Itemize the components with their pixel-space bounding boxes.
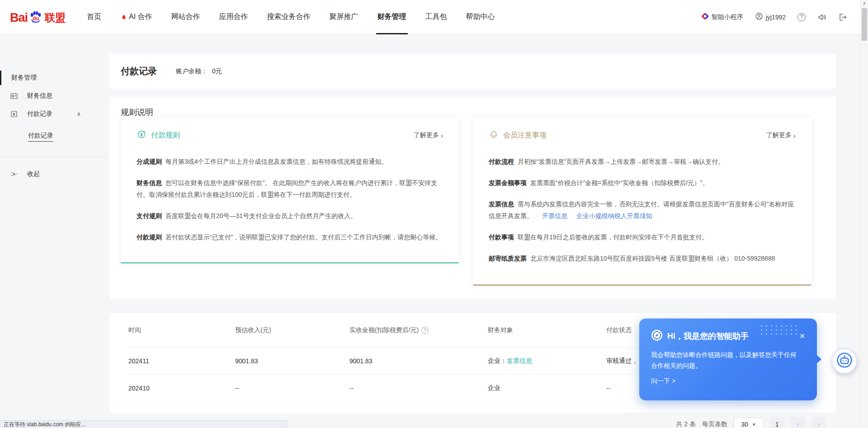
payment-rules-card: 付款规则 了解更多 › 分成规则每月第3或4个工作日产出上月分成信息及发票信息，… <box>121 118 459 263</box>
chevron-right-icon: › <box>793 132 796 139</box>
logo-text-du: du <box>32 15 40 22</box>
baidu-union-logo[interactable]: Bai du 联盟 <box>10 10 66 25</box>
select-caret-icon: ▼ <box>752 422 756 427</box>
note-paragraph: 付款流程月初按“发票信息”页面开具发票→上传发票→邮寄发票→审核→确认支付。 <box>489 156 796 167</box>
per-page-select[interactable]: 30 ▼ <box>734 418 764 428</box>
bell-icon <box>489 129 499 141</box>
menu-item-home[interactable]: 首页 <box>77 0 111 34</box>
small-taxpayer-notice-link[interactable]: 企业小规模纳税人开票须知 <box>576 212 652 219</box>
assistant-popup: Hi，我是您的智能助手 ✕ 我会帮助您诊断合作链路问题，以及解答您关于任何合作相… <box>639 319 817 400</box>
nav-right-tools: 智能小程序 jyj1992 ? <box>701 12 847 22</box>
close-icon[interactable]: ✕ <box>799 332 805 340</box>
page-number-button[interactable]: 1 <box>770 417 784 428</box>
col-time: 时间 <box>128 326 235 334</box>
help-icon[interactable]: ? <box>797 13 806 21</box>
member-notes-more-link[interactable]: 了解更多 › <box>766 131 796 139</box>
assistant-message: 我会帮助您诊断合作链路问题，以及解答您关于任何合作相关的问题。 <box>651 349 800 371</box>
cell-time: 202410 <box>128 385 235 392</box>
menu-item-help-center[interactable]: 帮助中心 <box>457 0 505 34</box>
col-finance-target: 财务对象 <box>488 326 606 334</box>
page-title: 付款记录 <box>121 65 157 77</box>
balance-value: 0元 <box>212 67 222 75</box>
cell-target: 企业 <box>488 384 606 392</box>
payment-rules-title: 付款规则 <box>151 131 180 140</box>
id-card-icon <box>10 92 18 100</box>
rules-card: 规则说明 付款规则 了解更多 › <box>109 97 836 299</box>
member-notes-header: 会员注意事项 了解更多 › <box>489 129 796 141</box>
sidebar-collapse-button[interactable]: 收起 <box>0 165 109 183</box>
menu-item-toolkit[interactable]: 工具包 <box>416 0 457 34</box>
cell-actual: -- <box>349 385 488 392</box>
scrollbar-thumb[interactable] <box>862 8 867 41</box>
logo-text-bai: Bai <box>10 11 28 25</box>
status-text: 正在等待 xlab.baidu.com 的响应... <box>4 421 85 428</box>
user-account[interactable]: jyj1992 <box>755 12 786 22</box>
sidebar-item-finance-info[interactable]: 财务信息 <box>0 87 109 105</box>
chevron-right-icon: › <box>441 132 443 139</box>
robot-icon <box>836 352 853 370</box>
menu-item-ai[interactable]: AI 合作 <box>111 0 162 34</box>
col-actual-amount: 实收金额(扣除税费后/元) ? <box>349 326 488 334</box>
total-count: 共 2 条 <box>676 420 696 428</box>
mini-program-entry[interactable]: 智能小程序 <box>701 12 743 22</box>
menu-item-app[interactable]: 应用合作 <box>210 0 258 34</box>
payment-rules-more-link[interactable]: 了解更多 › <box>414 131 443 139</box>
note-paragraph: 发票信息需与系统内发票信息内容完全一致，否则无法支付。请根据发票信息页面中“百度… <box>489 198 796 222</box>
assistant-float-button[interactable] <box>832 348 857 374</box>
balance-label: 账户余额： <box>176 67 208 75</box>
menu-item-finance[interactable]: 财务管理 <box>368 0 416 34</box>
logo-text-union: 联盟 <box>45 11 66 25</box>
sidebar-section-finance[interactable]: 财务管理 <box>0 69 109 87</box>
rules-title: 规则说明 <box>121 107 825 118</box>
member-notes-card: 会员注意事项 了解更多 › 付款流程月初按“发票信息”页面开具发票→上传发票→邮… <box>473 118 811 285</box>
sidebar-subitem-payment-record[interactable]: 付款记录 <box>0 128 109 146</box>
browser-status-bar: 正在等待 xlab.baidu.com 的响应... <box>0 420 288 428</box>
menu-item-screen-promo[interactable]: 聚屏推广 <box>320 0 368 34</box>
note-paragraph: 发票金额事项发票票面“价税合计”金额=系统中“实收金额（扣除税费后/元）”。 <box>489 177 796 189</box>
prev-page-button[interactable]: ‹ <box>791 417 805 428</box>
chevron-up-icon[interactable]: ∧ <box>77 111 81 117</box>
page-scrollbar[interactable]: ▲ <box>860 0 868 428</box>
assistant-title: Hi，我是您的智能助手 <box>667 331 749 342</box>
sidebar-item-payment-record[interactable]: 付款记录 ∧ <box>0 105 109 123</box>
cell-target: 企业：发票信息 <box>488 357 606 365</box>
rule-paragraph: 财务信息您可以在财务信息中选择“保留付款”。 在此期间您产生的收入将在账户内进行… <box>137 177 443 200</box>
logout-icon[interactable] <box>838 13 847 22</box>
sound-icon[interactable] <box>817 13 826 22</box>
top-nav: Bai du 联盟 首页 AI 合作 网站合作 <box>0 0 868 34</box>
dots-decoration <box>759 324 797 336</box>
ask-now-link[interactable]: 问一下 > <box>651 377 675 385</box>
scroll-up-arrow[interactable]: ▲ <box>861 1 868 7</box>
baidu-paw-icon: du <box>28 10 43 25</box>
payment-rules-header: 付款规则 了解更多 › <box>137 129 443 141</box>
payment-badge-icon <box>10 110 18 118</box>
next-page-button[interactable]: › <box>811 417 826 428</box>
invoice-info-table-link[interactable]: 发票信息 <box>507 357 532 364</box>
collapse-icon <box>10 170 18 178</box>
invoice-info-link[interactable]: 开票信息 <box>542 212 567 219</box>
rule-paragraph: 支付规则百度联盟会在每月20号—31号支付企业会员上个自然月产生的收入。 <box>137 210 443 222</box>
coin-icon <box>137 129 146 141</box>
rule-paragraph: 分成规则每月第3或4个工作日产出上月分成信息及发票信息，如有特殊情况将提前通知。 <box>137 156 443 167</box>
payment-rules-paragraphs: 分成规则每月第3或4个工作日产出上月分成信息及发票信息，如有特殊情况将提前通知。… <box>137 156 443 243</box>
note-paragraph: 邮寄纸质发票北京市海淀区西北旺东路10号院百度科技园5号楼 百度联盟财务组（收）… <box>489 252 796 264</box>
user-icon <box>755 12 763 22</box>
member-notes-title: 会员注意事项 <box>503 131 547 140</box>
main-menu: 首页 AI 合作 网站合作 应用合作 搜索业务合作 聚屏推广 财务管理 工具包 … <box>77 0 505 34</box>
question-circle-icon[interactable]: ? <box>421 327 429 334</box>
assistant-compass-icon <box>651 329 663 343</box>
rule-paragraph: 付款规则若付款状态显示“已支付”，说明联盟已安排了您的付款。支付后三个工作日内到… <box>137 231 443 243</box>
cell-time: 202411 <box>128 357 235 365</box>
cell-actual: 9001.83 <box>349 357 488 365</box>
cell-estimated: 9001.83 <box>235 357 349 365</box>
page: Bai du 联盟 首页 AI 合作 网站合作 <box>0 0 868 428</box>
menu-item-website[interactable]: 网站合作 <box>162 0 210 34</box>
account-balance: 账户余额： 0元 <box>176 67 222 76</box>
sidebar: 财务管理 财务信息 付款记录 ∧ 付款记录 <box>0 34 109 428</box>
member-notes-paragraphs: 付款流程月初按“发票信息”页面开具发票→上传发票→邮寄发票→审核→确认支付。 发… <box>489 156 796 264</box>
menu-item-search-business[interactable]: 搜索业务合作 <box>258 0 320 34</box>
payment-record-header-card: 付款记录 账户余额： 0元 <box>109 54 836 89</box>
mini-program-icon <box>701 12 709 22</box>
active-indicator-bar <box>0 71 1 85</box>
per-page-label: 每页条数 <box>702 420 727 428</box>
